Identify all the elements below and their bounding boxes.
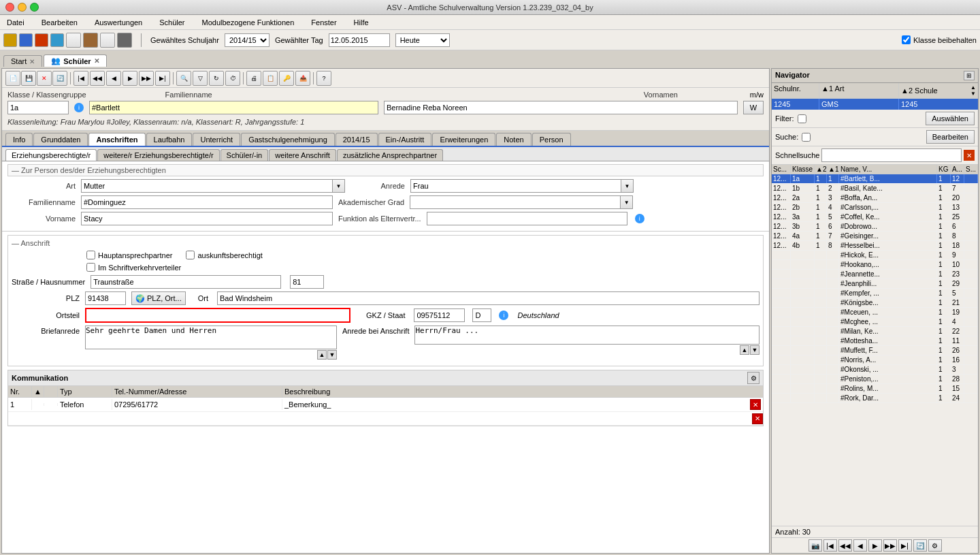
toolbar-icon-2[interactable] — [19, 33, 33, 47]
minimize-button[interactable] — [18, 3, 27, 12]
student-list-row[interactable]: #Kempfer, ...15 — [772, 289, 978, 298]
list-col-s[interactable]: S... — [964, 165, 978, 174]
col-art[interactable]: ▲1 Art — [819, 83, 899, 98]
briefanrede-textarea[interactable]: Sehr geehrte Damen und Herren — [85, 326, 337, 349]
toolbar-icon-6[interactable] — [83, 33, 98, 48]
sub-tab-laufbahn[interactable]: Laufbahn — [146, 133, 193, 146]
akad-dropdown[interactable]: ▼ — [621, 195, 633, 209]
student-list-row[interactable]: #Königsbe...121 — [772, 298, 978, 308]
student-list-row[interactable]: #Rork, Dar...124 — [772, 394, 978, 403]
clock-icon[interactable]: ⏱ — [225, 71, 240, 86]
art-dropdown[interactable]: ▼ — [333, 179, 345, 193]
sub-tab-gastschul[interactable]: Gastschulgenehmigung — [241, 133, 335, 146]
toolbar-icon-5[interactable] — [66, 33, 81, 48]
student-list-row[interactable]: #Peniston,...128 — [772, 375, 978, 384]
briefanrede-down[interactable]: ▼ — [327, 350, 337, 360]
student-list-row[interactable]: #Mcghee, ...14 — [772, 317, 978, 327]
sub-tab-info[interactable]: Info — [5, 133, 33, 146]
nav-prev-prev[interactable]: ◀◀ — [90, 71, 105, 86]
hauptansprech-checkbox[interactable] — [86, 251, 95, 259]
erz-tab-2[interactable]: weitere/r Erziehungsberechtigte/r — [97, 149, 219, 161]
nav-btn-settings[interactable]: ⚙ — [928, 539, 942, 552]
menu-fenster[interactable]: Fenster — [308, 17, 340, 28]
klasse-checkbox[interactable] — [902, 35, 911, 44]
toolbar-icon-8[interactable] — [117, 33, 132, 48]
nav-btn-prev[interactable]: ◀ — [853, 539, 867, 552]
funktion-input[interactable] — [427, 212, 627, 225]
nav-btn-next-next[interactable]: ▶▶ — [883, 539, 897, 552]
student-list-row[interactable]: 12...2b14#Carlsson,...113 — [772, 203, 978, 212]
key-icon[interactable]: 🔑 — [279, 71, 294, 86]
nav-btn-prev-prev[interactable]: ◀◀ — [838, 539, 852, 552]
sub-tab-noten[interactable]: Noten — [496, 133, 531, 146]
erz-tab-3[interactable]: Schüler/-in — [220, 149, 269, 161]
auskunft-checkbox[interactable] — [186, 251, 195, 259]
nav-prev[interactable]: ◀ — [106, 71, 121, 86]
delete-row-2-btn[interactable]: ✕ — [752, 413, 763, 424]
nav-selected-row[interactable]: 1245 GMS 1245 — [772, 99, 978, 110]
anrede-up[interactable]: ▲ — [740, 345, 749, 355]
filter-icon[interactable]: ▽ — [193, 71, 208, 86]
export-icon[interactable]: 📤 — [295, 71, 310, 86]
ort-input[interactable] — [217, 291, 760, 305]
komm-settings-btn[interactable]: ⚙ — [747, 372, 760, 384]
student-list-row[interactable]: 12...4a17#Geisinger...18 — [772, 232, 978, 241]
tag-input[interactable] — [329, 33, 390, 47]
bearbeiten-button[interactable]: Bearbeiten — [926, 130, 975, 144]
toolbar-icon-1[interactable] — [3, 33, 17, 47]
list-col-klasse[interactable]: Klasse — [791, 165, 815, 174]
anrede-down[interactable]: ▼ — [750, 345, 760, 355]
nav-btn-screenshot[interactable]: 📷 — [808, 539, 822, 552]
student-list-row[interactable]: 12...3a15#Coffel, Ke...125 — [772, 212, 978, 222]
toolbar-icon-7[interactable] — [100, 33, 115, 48]
student-list-row[interactable]: #Hickok, E...19 — [772, 251, 978, 260]
list-col-so1[interactable]: ▲2 — [815, 165, 827, 174]
filter-checkbox[interactable] — [798, 114, 806, 123]
klasse-input[interactable] — [7, 101, 69, 114]
schnellsuche-clear-btn[interactable]: ✕ — [964, 150, 975, 161]
gkz-input[interactable] — [414, 308, 465, 322]
student-list-row[interactable]: #Norris, A...116 — [772, 355, 978, 365]
student-list-row[interactable]: #Jeannette...123 — [772, 270, 978, 279]
nav-first[interactable]: |◀ — [74, 71, 88, 86]
nav-down-arrow[interactable]: ▼ — [970, 91, 976, 97]
new-icon[interactable]: 📄 — [5, 71, 20, 86]
delete-row-1-btn[interactable]: ✕ — [750, 399, 761, 410]
anrede-dropdown[interactable]: ▼ — [621, 179, 634, 193]
anrede-anschrift-textarea[interactable]: Herrn/Frau ... — [414, 326, 760, 345]
hausnr-input[interactable] — [290, 275, 324, 289]
funktion-info-icon[interactable]: i — [635, 214, 644, 223]
menu-auswertungen[interactable]: Auswertungen — [91, 17, 146, 28]
student-list-row[interactable]: #Rolins, M...115 — [772, 384, 978, 394]
nav-next[interactable]: ▶ — [122, 71, 137, 86]
nav-last[interactable]: ▶| — [155, 71, 170, 86]
menu-modulbezogen[interactable]: Modulbezogene Funktionen — [199, 17, 298, 28]
print-icon[interactable]: 🖨 — [246, 71, 261, 86]
student-list-row[interactable]: #Mceuen, ...119 — [772, 308, 978, 317]
col-schule[interactable]: ▲2 Schule ▲ ▼ — [899, 83, 978, 98]
tab-start-close[interactable]: ✕ — [29, 58, 35, 65]
briefanrede-up[interactable]: ▲ — [317, 350, 327, 360]
sub-tab-anschriften[interactable]: Anschriften — [88, 133, 145, 146]
toolbar-icon-4[interactable] — [50, 33, 64, 47]
save-icon[interactable]: 💾 — [21, 71, 36, 86]
ortsteil-input[interactable] — [85, 308, 350, 323]
doc-icon[interactable]: 📋 — [263, 71, 278, 86]
sync-icon[interactable]: ↻ — [209, 71, 224, 86]
nav-next-next[interactable]: ▶▶ — [139, 71, 154, 86]
list-col-name[interactable]: Name, V... — [839, 165, 937, 174]
erz-tab-1[interactable]: Erziehungsberechtigte/r — [5, 149, 97, 161]
close-button[interactable] — [5, 3, 14, 12]
mw-button[interactable]: W — [743, 101, 764, 114]
schnellsuche-input[interactable] — [821, 148, 962, 162]
nav-up-arrow[interactable]: ▲ — [970, 84, 976, 91]
menu-hilfe[interactable]: Hilfe — [350, 17, 372, 28]
refresh-icon[interactable]: 🔄 — [52, 71, 67, 86]
nav-expand-btn[interactable]: ⊞ — [964, 71, 975, 80]
nav-btn-first[interactable]: |◀ — [823, 539, 837, 552]
sub-tab-grunddaten[interactable]: Grunddaten — [33, 133, 88, 146]
col-schulnr[interactable]: Schulnr. — [772, 83, 819, 98]
akad-input[interactable] — [410, 195, 621, 209]
student-list-row[interactable]: #Mottesha...111 — [772, 336, 978, 346]
list-col-kg[interactable]: KG — [937, 165, 951, 174]
